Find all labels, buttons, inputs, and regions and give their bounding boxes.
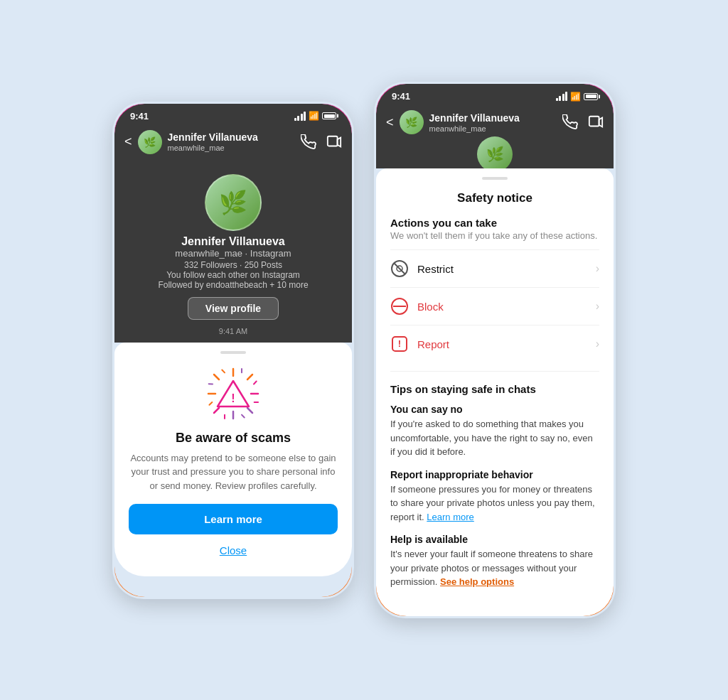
action-report[interactable]: ! Report › [390,325,599,362]
battery-icon-2 [584,93,598,100]
followed-by: Followed by endoatthebeach + 10 more [158,280,308,290]
scam-description: Accounts may pretend to be someone else … [129,451,338,493]
svg-line-6 [214,375,219,379]
follow-info: You follow each other on Instagram [158,270,308,280]
svg-rect-20 [589,117,599,126]
header-action-icons-1 [301,134,342,150]
svg-line-7 [247,408,252,413]
report-label: Report [417,338,449,350]
section-divider [390,371,599,372]
learn-more-button[interactable]: Learn more [129,504,338,534]
profile-avatar-large: 🌿 [205,174,262,231]
tip-say-no-text: If you're asked to do something that mak… [390,417,599,459]
chat-area-1: 🌿 Jennifer Villanueva meanwhile_mae · In… [114,160,352,343]
block-chevron: › [596,300,599,313]
scam-notice-sheet: ! Be aware of scams Accounts may pretend… [114,343,352,577]
message-time: 9:41 AM [219,327,247,335]
tip-help-available: Help is available It's never your fault … [390,534,599,589]
scam-title: Be aware of scams [129,431,338,446]
wifi-icon: 📶 [309,111,319,121]
phone-1: 9:41 📶 < 🌿 Jennifer Villanu [112,102,354,599]
time-2: 9:41 [392,91,410,102]
safety-notice-title: Safety notice [390,191,599,205]
header-action-icons-2 [562,114,604,130]
status-icons-2: 📶 [556,92,599,102]
phone-2: 9:41 📶 < 🌿 Jennifer Villanu [374,82,616,618]
restrict-chevron: › [596,262,599,275]
tip-help-text: It's never your fault if someone threate… [390,547,599,589]
learn-more-link[interactable]: Learn more [427,512,473,522]
tip-report-behavior-text: If someone pressures you for money or th… [390,483,599,524]
phone-icon-2[interactable] [562,114,578,130]
svg-line-15 [209,402,213,404]
sheet-handle [220,351,246,354]
profile-stats: 332 Followers · 250 Posts [158,260,308,270]
restrict-label: Restrict [417,263,454,275]
svg-rect-0 [328,136,338,146]
signal-icon [294,112,306,121]
svg-marker-1 [338,137,341,146]
tip-report-behavior-title: Report inappropriate behavior [390,469,599,480]
profile-name: Jennifer Villanueva [158,235,308,248]
back-button-1[interactable]: < [124,134,132,149]
tips-section: Tips on staying safe in chats You can sa… [390,383,599,589]
restrict-icon [390,259,409,278]
see-help-options-link[interactable]: See help options [440,576,514,587]
svg-line-13 [209,382,213,385]
battery-icon [322,112,336,119]
wifi-icon-2: 📶 [570,92,581,102]
avatar-1: 🌿 [138,130,162,154]
action-restrict[interactable]: Restrict › [390,249,599,287]
warning-rays-icon: ! [205,365,262,422]
svg-line-10 [240,368,243,372]
svg-line-14 [255,401,258,404]
phone-icon-1[interactable] [301,134,316,150]
action-block[interactable]: Block › [390,287,599,325]
back-button-2[interactable]: < [386,115,394,130]
actions-section-subtitle: We won't tell them if you take any of th… [390,230,599,241]
video-icon-1[interactable] [326,134,342,150]
report-chevron: › [596,338,599,350]
block-icon [390,297,409,316]
safety-notice-sheet: Safety notice Actions you can take We wo… [376,168,614,616]
tip-say-no: You can say no If you're asked to do som… [390,404,599,459]
tip-help-title: Help is available [390,534,599,545]
status-bar-2: 9:41 📶 [376,84,614,104]
sheet-handle-2 [482,177,508,180]
contact-name-1: Jennifer Villanueva [168,131,258,144]
svg-line-8 [247,375,252,379]
chat-area-peek: 🌿 [376,140,614,168]
svg-line-9 [214,408,219,413]
time-1: 9:41 [130,111,149,122]
close-link[interactable]: Close [129,542,338,559]
signal-icon-2 [556,92,568,101]
tips-section-title: Tips on staying safe in chats [390,383,599,395]
svg-line-12 [253,381,257,384]
svg-line-16 [242,414,245,417]
actions-section-title: Actions you can take [390,217,599,229]
header-1: < 🌿 Jennifer Villanueva meanwhile_mae [114,124,352,160]
svg-text:!: ! [398,338,401,349]
svg-marker-21 [599,118,603,127]
contact-username-1: meanwhile_mae [168,144,258,152]
svg-line-11 [222,369,225,372]
profile-handle: meanwhile_mae · Instagram [158,248,308,259]
svg-text:!: ! [231,392,235,404]
warning-icon-container: ! [129,365,338,422]
tip-say-no-title: You can say no [390,404,599,415]
header-2: < 🌿 Jennifer Villanueva meanwhile_mae [376,104,614,140]
status-bar-1: 9:41 📶 [114,104,352,124]
contact-username-2: meanwhile_mae [429,124,520,133]
view-profile-button[interactable]: View profile [188,297,279,320]
avatar-2: 🌿 [400,110,424,134]
tip-report-behavior: Report inappropriate behavior If someone… [390,469,599,524]
video-icon-2[interactable] [588,114,604,130]
report-icon: ! [390,335,409,353]
status-icons-1: 📶 [294,111,337,121]
contact-name-2: Jennifer Villanueva [429,112,520,124]
block-label: Block [417,301,444,313]
svg-line-23 [394,263,405,274]
svg-line-17 [223,414,226,418]
